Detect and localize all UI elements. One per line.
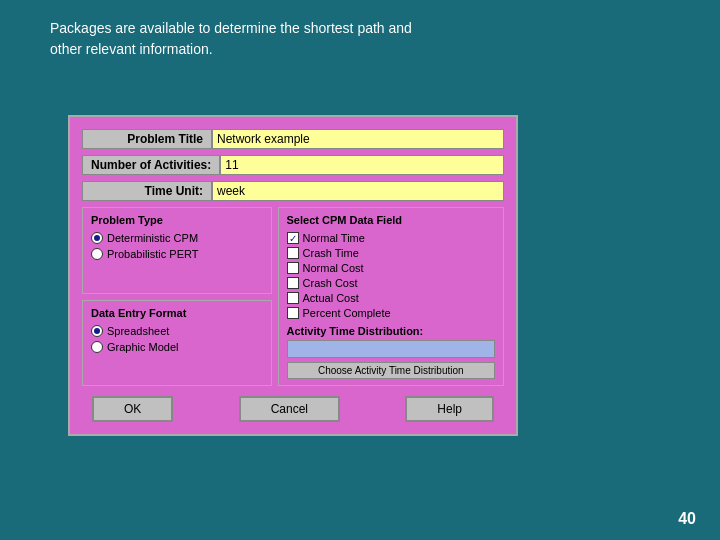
radio-deterministic-btn[interactable] — [91, 232, 103, 244]
checkbox-normal-time-btn[interactable]: ✓ — [287, 232, 299, 244]
cpm-data-title: Select CPM Data Field — [287, 214, 495, 226]
top-text: Packages are available to determine the … — [0, 0, 720, 70]
radio-deterministic[interactable]: Deterministic CPM — [91, 232, 263, 244]
checkbox-normal-cost[interactable]: Normal Cost — [287, 262, 495, 274]
data-entry-title: Data Entry Format — [91, 307, 263, 319]
radio-probabilistic[interactable]: Probabilistic PERT — [91, 248, 263, 260]
radio-spreadsheet-label: Spreadsheet — [107, 325, 169, 337]
time-unit-label: Time Unit: — [82, 181, 212, 201]
dialog-box: Problem Title Number of Activities: Time… — [68, 115, 518, 436]
choose-distribution-button[interactable]: Choose Activity Time Distribution — [287, 362, 495, 379]
radio-deterministic-label: Deterministic CPM — [107, 232, 198, 244]
activity-distribution-label: Activity Time Distribution: — [287, 325, 495, 337]
radio-graphic-model-label: Graphic Model — [107, 341, 179, 353]
checkbox-actual-cost-label: Actual Cost — [303, 292, 359, 304]
num-activities-label: Number of Activities: — [82, 155, 220, 175]
checkbox-normal-time[interactable]: ✓ Normal Time — [287, 232, 495, 244]
sections-row: Problem Type Deterministic CPM Probabili… — [82, 207, 504, 386]
checkbox-normal-time-label: Normal Time — [303, 232, 365, 244]
problem-type-title: Problem Type — [91, 214, 263, 226]
checkbox-normal-cost-btn[interactable] — [287, 262, 299, 274]
radio-probabilistic-btn[interactable] — [91, 248, 103, 260]
problem-title-input[interactable] — [212, 129, 504, 149]
radio-probabilistic-label: Probabilistic PERT — [107, 248, 199, 260]
checkbox-normal-cost-label: Normal Cost — [303, 262, 364, 274]
ok-button[interactable]: OK — [92, 396, 173, 422]
time-unit-input[interactable] — [212, 181, 504, 201]
help-button[interactable]: Help — [405, 396, 494, 422]
checkbox-crash-cost-label: Crash Cost — [303, 277, 358, 289]
radio-spreadsheet-btn[interactable] — [91, 325, 103, 337]
problem-title-row: Problem Title — [82, 129, 504, 149]
page-number: 40 — [678, 510, 696, 528]
data-entry-section: Data Entry Format Spreadsheet Graphic Mo… — [82, 300, 272, 387]
radio-spreadsheet[interactable]: Spreadsheet — [91, 325, 263, 337]
checkbox-percent-complete[interactable]: Percent Complete — [287, 307, 495, 319]
cancel-button[interactable]: Cancel — [239, 396, 340, 422]
radio-graphic-model-btn[interactable] — [91, 341, 103, 353]
checkbox-crash-time[interactable]: Crash Time — [287, 247, 495, 259]
checkbox-actual-cost-btn[interactable] — [287, 292, 299, 304]
num-activities-input[interactable] — [220, 155, 504, 175]
buttons-row: OK Cancel Help — [82, 396, 504, 422]
cpm-data-section: Select CPM Data Field ✓ Normal Time Cras… — [278, 207, 504, 386]
num-activities-row: Number of Activities: — [82, 155, 504, 175]
checkbox-percent-complete-label: Percent Complete — [303, 307, 391, 319]
checkbox-percent-complete-btn[interactable] — [287, 307, 299, 319]
checkbox-actual-cost[interactable]: Actual Cost — [287, 292, 495, 304]
problem-title-label: Problem Title — [82, 129, 212, 149]
checkbox-crash-time-label: Crash Time — [303, 247, 359, 259]
checkbox-crash-cost-btn[interactable] — [287, 277, 299, 289]
radio-graphic-model[interactable]: Graphic Model — [91, 341, 263, 353]
checkbox-crash-cost[interactable]: Crash Cost — [287, 277, 495, 289]
problem-type-section: Problem Type Deterministic CPM Probabili… — [82, 207, 272, 294]
time-unit-row: Time Unit: — [82, 181, 504, 201]
activity-distribution-input[interactable] — [287, 340, 495, 358]
checkbox-crash-time-btn[interactable] — [287, 247, 299, 259]
